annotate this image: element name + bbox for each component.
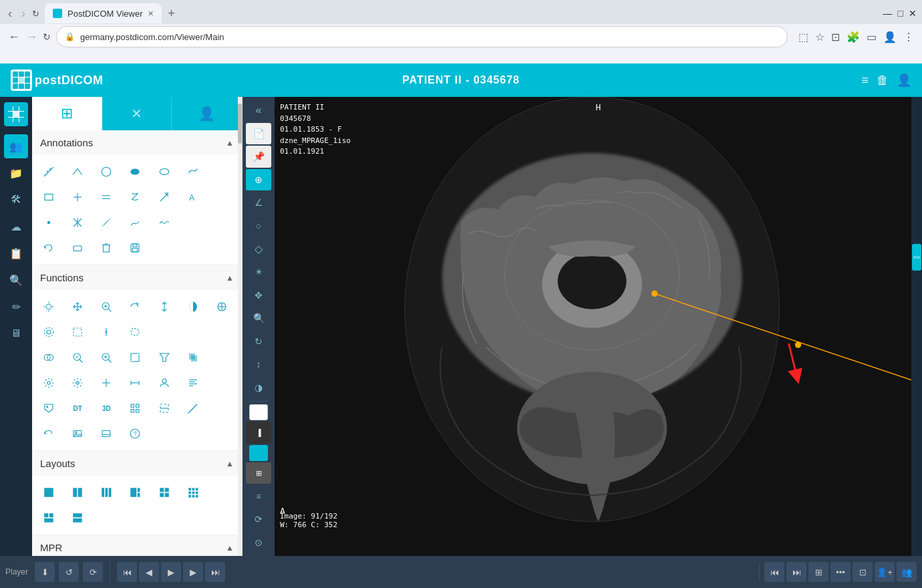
- player-last[interactable]: ⏭: [205, 562, 225, 582]
- func-4way[interactable]: [95, 372, 118, 394]
- func-lut[interactable]: [124, 346, 146, 369]
- tool-spine[interactable]: [124, 186, 146, 208]
- scrollbar-thumb[interactable]: [238, 104, 242, 144]
- mpr-toggle[interactable]: ▲: [226, 543, 234, 553]
- func-move[interactable]: [66, 295, 89, 318]
- back-icon[interactable]: ←: [8, 30, 20, 44]
- sidebar-item-folder[interactable]: 📁: [4, 161, 28, 185]
- sidebar-item-patients[interactable]: 👥: [4, 134, 28, 158]
- tool-save[interactable]: [124, 237, 146, 259]
- strip-marker[interactable]: 📌: [246, 146, 271, 168]
- tab-close-button[interactable]: ✕: [148, 9, 154, 18]
- player-rewind[interactable]: ↺: [59, 562, 79, 582]
- strip-ellipse[interactable]: ○: [246, 215, 271, 237]
- functions-header[interactable]: Functions ▲: [32, 265, 242, 290]
- sidebar-icon[interactable]: ▭: [867, 31, 877, 43]
- tool-angle[interactable]: [66, 160, 89, 183]
- func-probe[interactable]: [95, 321, 118, 343]
- profile-icon[interactable]: 👤: [883, 31, 897, 43]
- func-roi[interactable]: [37, 321, 60, 343]
- tab-arrange-icon[interactable]: ⊡: [831, 31, 840, 43]
- func-wl[interactable]: [37, 346, 60, 369]
- func-zoom-rect[interactable]: [95, 346, 118, 369]
- layout-1x1[interactable]: [37, 481, 60, 504]
- func-rotate[interactable]: [124, 295, 146, 318]
- func-rewind[interactable]: [37, 422, 60, 445]
- strip-grid[interactable]: ⊞: [246, 462, 271, 484]
- func-grid[interactable]: [124, 397, 146, 420]
- strip-invert[interactable]: ◑: [246, 377, 271, 399]
- func-crosshair[interactable]: [210, 295, 233, 318]
- func-settings[interactable]: [37, 372, 60, 394]
- annotations-toggle[interactable]: ▲: [226, 138, 234, 148]
- layout-1x3[interactable]: [95, 481, 118, 504]
- sidebar-item-upload[interactable]: ☁: [4, 214, 28, 239]
- address-bar[interactable]: 🔒 germany.postdicom.com/Viewer/Main: [56, 26, 788, 47]
- func-gear[interactable]: [66, 372, 89, 394]
- functions-toggle[interactable]: ▲: [226, 273, 234, 283]
- br-layout[interactable]: ⊡: [853, 562, 873, 582]
- layout-3x3[interactable]: [182, 481, 204, 504]
- strip-angle[interactable]: ∠: [246, 192, 271, 214]
- strip-expand[interactable]: «: [246, 100, 271, 122]
- func-invert[interactable]: [182, 295, 204, 318]
- tool-cross[interactable]: [66, 186, 89, 208]
- layout-wide-3[interactable]: [124, 481, 146, 504]
- trash-header-icon[interactable]: 🗑: [877, 74, 889, 88]
- tool-clear[interactable]: [95, 237, 118, 259]
- annotations-header[interactable]: Annotations ▲: [32, 130, 242, 155]
- layouts-header[interactable]: Layouts ▲: [32, 451, 242, 476]
- func-brightness[interactable]: [37, 295, 60, 318]
- strip-stack[interactable]: ≡: [246, 485, 271, 507]
- func-measure[interactable]: [124, 372, 146, 394]
- tool-segment[interactable]: [95, 211, 118, 234]
- star-icon[interactable]: ☆: [815, 31, 824, 43]
- tool-eraser[interactable]: [66, 237, 89, 259]
- br-more[interactable]: •••: [830, 562, 851, 582]
- strip-white[interactable]: [249, 404, 268, 420]
- strip-diamond[interactable]: ◇: [246, 238, 271, 260]
- func-image2[interactable]: [95, 422, 118, 445]
- back-button[interactable]: ‹: [5, 9, 15, 18]
- strip-zoom[interactable]: 🔍: [246, 307, 271, 329]
- func-filter[interactable]: [153, 346, 176, 369]
- menu-icon[interactable]: ⋮: [903, 31, 914, 43]
- scroll-thumb[interactable]: «»: [912, 244, 921, 271]
- func-free-roi[interactable]: [124, 321, 146, 343]
- strip-brightness[interactable]: ☀: [246, 261, 271, 283]
- tool-freehand[interactable]: [182, 160, 204, 183]
- tool-freehand2[interactable]: [124, 211, 146, 234]
- br-users[interactable]: 👥: [897, 562, 917, 582]
- tool-arrow[interactable]: [153, 186, 176, 208]
- tool-ellipse-fill[interactable]: [124, 160, 146, 183]
- func-sort[interactable]: [182, 372, 204, 394]
- func-needle[interactable]: [182, 397, 204, 420]
- list-header-icon[interactable]: ≡: [861, 74, 869, 88]
- layout-vsplit[interactable]: [66, 506, 89, 529]
- user-header-icon[interactable]: 👤: [897, 73, 911, 88]
- viewer-scrollbar[interactable]: «»: [911, 97, 922, 556]
- sidebar-item-list[interactable]: 📋: [4, 241, 28, 265]
- layout-2x2[interactable]: [153, 481, 176, 504]
- strip-rotate[interactable]: ↻: [246, 330, 271, 352]
- tool-parallel[interactable]: [95, 186, 118, 208]
- func-person[interactable]: [153, 372, 176, 394]
- tool-ruler[interactable]: [37, 160, 60, 183]
- tool-dot[interactable]: [37, 211, 60, 234]
- refresh-button[interactable]: ↻: [32, 9, 39, 19]
- br-grid[interactable]: ⊞: [808, 562, 828, 582]
- forward-button[interactable]: ›: [19, 9, 28, 18]
- tool-rect[interactable]: [37, 186, 60, 208]
- strip-move[interactable]: ✥: [246, 284, 271, 306]
- tool-circle[interactable]: [95, 160, 118, 183]
- strip-gyro[interactable]: ⊙: [246, 531, 271, 553]
- strip-notes[interactable]: 📄: [246, 123, 271, 145]
- player-prev[interactable]: ◀: [139, 562, 159, 582]
- active-tab[interactable]: PostDICOM Viewer ✕: [45, 3, 162, 23]
- maximize-button[interactable]: □: [898, 8, 903, 19]
- func-rect-sel[interactable]: [66, 321, 89, 343]
- layouts-toggle[interactable]: ▲: [226, 459, 234, 468]
- tool-undo[interactable]: [37, 237, 60, 259]
- strip-rotate2[interactable]: ⟳: [246, 508, 271, 531]
- layout-bottom-wide[interactable]: [37, 506, 60, 529]
